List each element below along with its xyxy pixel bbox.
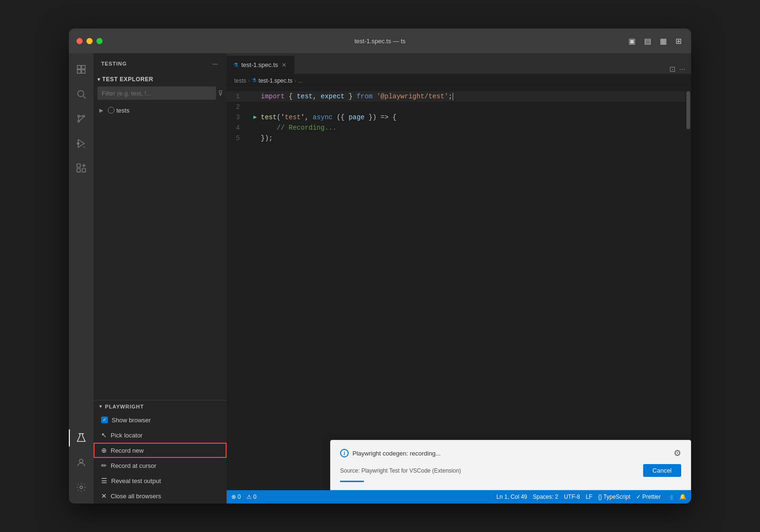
breadcrumb-sep-1: › [248,77,250,84]
close-browsers-label: Close all browsers [111,493,161,500]
vscode-window: test-1.spec.ts — ts ▣ ▤ ▦ ⊞ [69,28,691,504]
tab-close-button[interactable]: ✕ [281,61,287,69]
status-encoding[interactable]: UTF-8 [564,494,580,500]
breadcrumb-sep-2: › [294,77,296,84]
layout-icon-2[interactable]: ▤ [642,35,653,48]
reveal-output-label: Reveal test output [111,477,161,484]
status-eol[interactable]: LF [586,494,592,500]
split-editor-icon[interactable]: ⊡ [669,65,675,74]
scrollbar-thumb [686,91,690,129]
filter-row: ⊽ [94,85,227,102]
code-editor[interactable]: 1 import { test, expect } from '@playwri… [227,87,691,490]
show-browser-checkbox[interactable] [101,417,108,423]
tree-label-tests: tests [116,107,129,114]
svg-point-4 [78,91,84,97]
status-position[interactable]: Ln 1, Col 49 [496,494,527,500]
playwright-item-reveal-output[interactable]: ☰ Reveal test output [94,473,227,488]
line-gutter-3: ▶ [249,112,261,123]
window-title: test-1.spec.ts — ts [354,38,406,45]
status-errors[interactable]: ⊗ 0 [231,494,241,500]
notification-progress-line [340,481,364,482]
tree-item-tests[interactable]: ▶ tests [94,104,227,117]
code-line-2: 2 [227,102,691,112]
playwright-section: ▾ PLAYWRIGHT Show browser ↖ Pick locator… [94,400,227,504]
playwright-item-record-cursor[interactable]: ✏ Record at cursor [94,458,227,473]
sidebar-item-run-debug[interactable] [69,131,94,156]
notification-source: Source: Playwright Test for VSCode (Exte… [340,467,461,474]
status-remote[interactable]: 👥 [666,494,674,500]
breadcrumb-ellipsis[interactable]: ... [298,77,303,84]
svg-point-7 [83,115,85,117]
layout-icon-3[interactable]: ▦ [658,35,669,48]
tab-bar: ⚗ test-1.spec.ts ✕ ⊡ ··· [227,53,691,74]
svg-rect-0 [77,66,81,69]
notification-panel: i Playwright codegen: recording... ⚙ Sou… [330,440,691,490]
sidebar-item-source-control[interactable] [69,106,94,131]
sidebar-item-explorer[interactable] [69,57,94,82]
playwright-item-close-browsers[interactable]: ✕ Close all browsers [94,488,227,504]
notification-source-row: Source: Playwright Test for VSCode (Exte… [340,464,681,477]
testing-title: TESTING [101,61,127,66]
sidebar-item-settings[interactable] [69,475,94,500]
more-actions-icon[interactable]: ··· [679,65,685,74]
playwright-item-record-new[interactable]: ⊕ Record new [94,443,227,458]
minimize-button[interactable] [86,38,93,44]
line-content-5: }); [261,133,691,143]
info-icon: i [340,449,349,457]
sidebar-item-account[interactable] [69,450,94,475]
close-button[interactable] [76,38,83,44]
window-controls: ▣ ▤ ▦ ⊞ [627,35,684,48]
filter-icon[interactable]: ⊽ [218,89,223,97]
remote-people-icon: 👥 [666,494,674,500]
line-number-2: 2 [227,102,249,112]
record-cursor-label: Record at cursor [111,462,156,469]
layout-icon-4[interactable]: ⊞ [674,35,684,48]
code-line-1: 1 import { test, expect } from '@playwri… [227,91,691,102]
playwright-item-pick-locator[interactable]: ↖ Pick locator [94,428,227,443]
breadcrumb-tests[interactable]: tests [234,77,246,84]
notification-gear-icon[interactable]: ⚙ [674,448,681,458]
status-bar: ⊗ 0 ⚠ 0 Ln 1, Col 49 Spaces: 2 UTF-8 LF [227,490,691,504]
cancel-button[interactable]: Cancel [643,464,681,477]
status-spaces[interactable]: Spaces: 2 [533,494,558,500]
testing-more-icon[interactable]: ··· [211,59,219,68]
test-explorer-chevron: ▾ [97,76,100,83]
editor-scrollbar[interactable] [685,87,691,490]
status-language-text: {} TypeScript [598,494,630,500]
tree-chevron-tests: ▶ [99,107,106,114]
line-content-3: test('test', async ({ page }) => { [261,112,691,123]
breadcrumb: tests › ⚗ test-1.spec.ts › ... [227,74,691,87]
editor-area: ⚗ test-1.spec.ts ✕ ⊡ ··· tests › ⚗ test-… [227,53,691,504]
sidebar-item-testing[interactable] [69,426,94,450]
status-warnings[interactable]: ⚠ 0 [247,494,256,500]
notification-title: Playwright codegen: recording... [352,450,441,457]
tab-actions: ⊡ ··· [664,65,691,74]
reveal-output-icon: ☰ [101,477,107,484]
sidebar-item-search[interactable] [69,82,94,106]
activity-bar [69,53,94,504]
status-spaces-text: Spaces: 2 [533,494,558,500]
maximize-button[interactable] [96,38,103,44]
status-notifications[interactable]: 🔔 [679,494,686,500]
filter-input[interactable] [97,86,216,100]
pick-locator-label: Pick locator [111,432,142,439]
status-language[interactable]: {} TypeScript [598,494,630,500]
playwright-header[interactable]: ▾ PLAYWRIGHT [94,400,227,412]
playwright-title: PLAYWRIGHT [105,404,221,409]
close-browsers-icon: ✕ [101,492,107,500]
tab-test-1-spec[interactable]: ⚗ test-1.spec.ts ✕ [227,56,294,74]
sidebar-item-extensions[interactable] [69,156,94,180]
tab-file-icon: ⚗ [233,62,238,68]
tree-status-tests [108,107,114,114]
test-tree: ▶ tests [94,102,227,400]
breadcrumb-filename[interactable]: test-1.spec.ts [258,77,292,84]
layout-icon-1[interactable]: ▣ [627,35,637,48]
line-content-4: // Recording... [261,123,691,133]
pick-locator-icon: ↖ [101,431,107,439]
notification-header: i Playwright codegen: recording... ⚙ [340,448,681,458]
status-formatter[interactable]: ✓ Prettier [636,494,661,500]
svg-rect-1 [77,70,81,73]
test-explorer-header[interactable]: ▾ TEST EXPLORER [94,74,227,85]
run-triangle-icon[interactable]: ▶ [253,112,256,123]
playwright-item-show-browser[interactable]: Show browser [94,412,227,428]
